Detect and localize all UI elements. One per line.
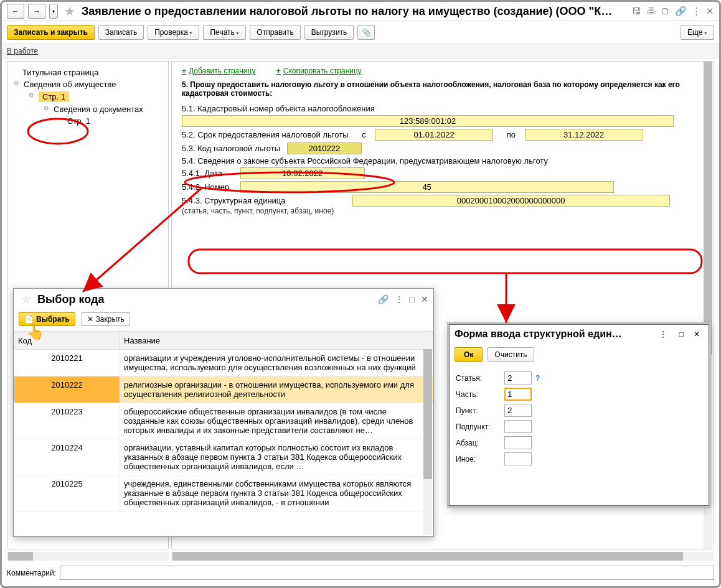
input-other[interactable] — [504, 452, 532, 465]
table-row[interactable]: 2010222религиозные организации - в отнош… — [14, 376, 433, 403]
tree-collapse-icon[interactable]: ⊖ — [14, 80, 21, 86]
tree-docs-page1[interactable]: Стр. 1 — [55, 115, 166, 127]
label-5-4: 5.4. Сведения о законе субъекта Российск… — [182, 156, 704, 166]
clear-button[interactable]: Очистить — [488, 347, 534, 362]
struct-close-icon[interactable]: ✕ — [694, 330, 700, 338]
preview-icon[interactable]: 🗋 — [661, 6, 670, 17]
name-cell: организации и учреждения уголовно-исполн… — [120, 350, 433, 376]
name-cell: учреждения, единственными собственниками… — [120, 475, 433, 511]
kebab-menu-icon[interactable]: ⋮ — [692, 6, 701, 17]
tree-collapse-icon[interactable]: ⊖ — [44, 105, 51, 111]
label-5-4-1: 5.4.1. Дата — [182, 169, 238, 178]
col-name-header[interactable]: Название — [120, 332, 433, 350]
field-law-date[interactable]: 10.02.2022 — [240, 167, 365, 179]
label-part: Часть: — [456, 390, 501, 399]
field-exemption-code[interactable]: 2010222 — [287, 142, 362, 154]
struct-kebab-icon[interactable]: ⋮ — [659, 330, 667, 338]
popup-favorite-icon[interactable]: ☆ — [21, 292, 31, 306]
popup-close-icon[interactable]: ✕ — [421, 294, 428, 304]
help-icon[interactable]: ? — [535, 374, 540, 383]
field-structural-unit[interactable]: 000200010002000000000000 — [352, 195, 670, 207]
label-article: Статья: — [456, 374, 501, 383]
name-cell: общероссийские общественные организации … — [120, 403, 433, 439]
label-subpoint: Подпункт: — [456, 422, 501, 431]
table-row[interactable]: 2010225учреждения, единственными собстве… — [14, 475, 433, 511]
tree-collapse-icon[interactable]: ⊖ — [29, 91, 36, 98]
nav-history-dropdown[interactable]: ▾ — [49, 4, 58, 19]
close-x-icon: ✕ — [87, 315, 93, 324]
popup-maximize-icon[interactable]: □ — [410, 294, 415, 304]
field-period-to[interactable]: 31.12.2022 — [525, 129, 643, 141]
comment-label: Комментарий: — [7, 569, 56, 577]
tree-docs-info[interactable]: ⊖Сведения о документах — [40, 103, 166, 115]
select-button[interactable]: 📄 Выбрать — [19, 312, 75, 326]
tree-property-info[interactable]: ⊖Сведения об имуществе — [10, 78, 166, 90]
code-cell: 2010224 — [14, 439, 120, 475]
table-row[interactable]: 2010224организации, уставный капитал кот… — [14, 439, 433, 475]
table-row[interactable]: 2010223общероссийские общественные орган… — [14, 403, 433, 439]
select-icon: 📄 — [24, 315, 34, 324]
code-cell: 2010225 — [14, 475, 120, 511]
label-5-2: 5.2. Срок предоставления налоговой льгот… — [182, 130, 349, 139]
code-selection-popup: ☆ Выбор кода 🔗 ⋮ □ ✕ 📄 Выбрать ✕ Закрыть — [13, 288, 434, 537]
check-button[interactable]: Проверка — [148, 25, 199, 40]
label-to: по — [507, 130, 516, 139]
nav-forward-button[interactable]: → — [28, 4, 45, 19]
favorite-star-icon[interactable]: ★ — [64, 4, 75, 19]
status-link[interactable]: В работе — [7, 47, 38, 55]
code-cell: 2010222 — [14, 376, 120, 403]
input-point[interactable] — [504, 404, 532, 417]
label-from: с — [362, 130, 366, 139]
print-button[interactable]: Печать — [203, 25, 246, 40]
struct-popup-title: Форма ввода структурной един… — [455, 329, 653, 340]
link-icon[interactable]: 🔗 — [675, 6, 687, 17]
close-window-icon[interactable]: ✕ — [706, 6, 714, 17]
add-page-link[interactable]: +Добавить страницу — [182, 67, 255, 75]
field-period-from[interactable]: 01.01.2022 — [375, 129, 493, 141]
popup-code-title: Выбор кода — [37, 293, 374, 306]
col-code-header[interactable]: Код — [14, 332, 120, 350]
attachment-button[interactable]: 📎 — [357, 25, 375, 40]
label-point: Пункт: — [456, 406, 501, 415]
print-icon[interactable]: 🖶 — [646, 6, 656, 17]
tree-property-page1[interactable]: ⊖Стр. 1 — [25, 90, 166, 103]
code-table-scrollbar[interactable] — [423, 349, 432, 535]
tree-title-page[interactable]: Титульная страница — [10, 67, 166, 78]
name-cell: религиозные организации - в отношении им… — [120, 376, 433, 403]
left-panel-scrollbar[interactable] — [7, 552, 169, 561]
struct-maximize-icon[interactable]: □ — [679, 330, 684, 338]
ok-button[interactable]: Ок — [455, 347, 483, 362]
save-button[interactable]: Записать — [98, 25, 144, 40]
popup-link-icon[interactable]: 🔗 — [378, 294, 389, 304]
popup-kebab-icon[interactable]: ⋮ — [395, 294, 403, 304]
structural-unit-popup: Форма ввода структурной един… ⋮ □ ✕ Ок О… — [449, 324, 709, 506]
label-para: Абзац: — [456, 439, 501, 447]
send-button[interactable]: Отправить — [250, 25, 301, 40]
label-5-1: 5.1. Кадастровый номер объекта налогообл… — [182, 104, 704, 113]
export-button[interactable]: Выгрузить — [304, 25, 354, 40]
code-cell: 2010221 — [14, 350, 120, 376]
right-panel-scrollbar[interactable] — [171, 552, 714, 561]
label-5-4-3: 5.4.3. Структурная единица — [182, 196, 350, 205]
field-law-number[interactable]: 45 — [240, 181, 614, 193]
comment-input[interactable] — [60, 566, 714, 580]
label-5-4-2: 5.4.2. Номер — [182, 182, 238, 192]
copy-page-link[interactable]: +Скопировать страницу — [276, 67, 362, 75]
input-article[interactable] — [504, 371, 532, 385]
name-cell: организации, уставный капитал которых по… — [120, 439, 433, 475]
label-other: Иное: — [456, 455, 501, 464]
hint-5-4-3: (статья, часть, пункт, подпункт, абзац, … — [182, 207, 704, 215]
save-and-close-button[interactable]: Записать и закрыть — [7, 25, 95, 40]
input-part[interactable] — [504, 388, 532, 401]
code-cell: 2010223 — [14, 403, 120, 439]
input-para[interactable] — [504, 436, 532, 449]
nav-back-button[interactable]: ← — [7, 4, 24, 19]
table-row[interactable]: 2010221организации и учреждения уголовно… — [14, 350, 433, 376]
save-icon[interactable]: 🖫 — [632, 6, 641, 17]
more-button[interactable]: Еще — [681, 25, 714, 40]
field-cadastral-number[interactable]: 123:589:001:02 — [182, 115, 674, 127]
close-button[interactable]: ✕ Закрыть — [82, 312, 130, 326]
window-title: Заявление о предоставлении налоговой льг… — [82, 5, 628, 18]
section-5-heading: 5. Прошу предоставить налоговую льготу в… — [182, 80, 704, 98]
input-subpoint[interactable] — [504, 420, 532, 433]
